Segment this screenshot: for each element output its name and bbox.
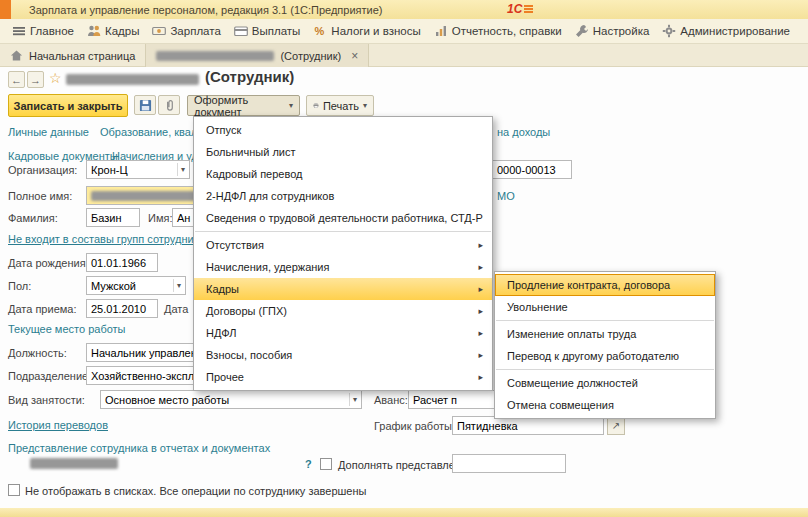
organization-value: Крон-Ц [91,164,128,176]
dismissal-date-label-fragment: Дата [164,303,188,315]
submenu-item-contract-extension[interactable]: Продление контракта, договора [495,274,715,296]
mo-link[interactable]: МО [497,190,515,202]
kadry-submenu: Продление контракта, договора Увольнение… [494,271,716,419]
hire-date-value: 25.01.2010 [91,303,146,315]
submenu-item-cancel-combination[interactable]: Отмена совмещения [495,394,715,416]
submenu-arrow-icon: ▸ [478,322,483,344]
menu-item-sick-leave[interactable]: Больничный лист [194,141,492,163]
menu-payments[interactable]: Выплаты [234,24,301,38]
menu-item-kadry[interactable]: Кадры▸ [194,278,492,300]
gender-field[interactable]: Мужской ▾ [86,276,186,295]
document-number-field[interactable]: 0000-00013 [492,160,572,179]
forward-button[interactable]: → [27,71,44,88]
menu-item-label: Увольнение [507,296,568,318]
menu-item-vacation[interactable]: Отпуск [194,119,492,141]
menu-item-label: Кадры [206,278,239,300]
menu-item-gph-contracts[interactable]: Договоры (ГПХ)▸ [194,300,492,322]
submenu-item-combination[interactable]: Совмещение должностей [495,372,715,394]
supplement-representation-input[interactable] [452,454,566,473]
birthdate-label: Дата рождения: [8,257,89,269]
firstname-value: Ан [177,212,190,224]
menu-reports-label: Отчетность, справки [452,25,562,37]
menu-item-label: Кадровый перевод [206,163,302,185]
position-label: Должность: [8,347,67,359]
menu-item-label: Договоры (ГПХ) [206,300,287,322]
dropdown-arrow-icon[interactable]: ▾ [177,163,185,176]
employment-type-value: Основное место работы [105,394,229,406]
menu-taxes-label: Налоги и взносы [331,25,420,37]
employment-type-field[interactable]: Основное место работы ▾ [100,390,362,409]
menu-item-label: Изменение оплаты труда [507,323,636,345]
menu-item-absences[interactable]: Отсутствия▸ [194,234,492,256]
menu-separator [195,231,491,232]
tab-home[interactable]: Начальная страница [0,44,145,67]
menu-item-label: Начисления, удержания [206,256,329,278]
menu-item-label: Продление контракта, договора [507,274,670,296]
organization-field[interactable]: Крон-Ц ▾ [86,160,190,179]
tab-close-icon[interactable]: × [351,49,358,63]
taxes-icon: % [313,24,327,38]
back-button[interactable]: ← [8,71,25,88]
menu-item-label: Отсутствия [206,234,264,256]
save-floppy-icon [139,99,152,112]
representation-link[interactable]: Представление сотрудника в отчетах и док… [8,442,270,454]
lastname-field[interactable]: Базин [86,208,140,227]
create-document-label: Оформить документ [194,94,285,118]
help-icon[interactable]: ? [305,458,312,470]
menu-payments-label: Выплаты [252,25,301,37]
advance-label: Аванс: [374,394,408,406]
full-name-label: Полное имя: [8,190,72,202]
hire-date-field[interactable]: 25.01.2010 [86,299,158,318]
work-schedule-label: График работы: [374,420,455,432]
menu-item-label: Отмена совмещения [507,394,614,416]
menu-item-other[interactable]: Прочее▸ [194,366,492,388]
position-value: Начальник управления [91,347,209,359]
tab-employee[interactable]: (Сотрудник) × [145,44,369,67]
employee-groups-link[interactable]: Не входит в составы групп сотрудников [8,233,211,245]
menu-taxes[interactable]: % Налоги и взносы [313,24,420,38]
transfers-history-link[interactable]: История переводов [8,419,108,431]
dropdown-arrow-icon[interactable]: ▾ [349,393,357,406]
menu-separator [496,320,714,321]
hide-completed-checkbox[interactable] [8,484,20,496]
menu-settings[interactable]: Настройка [575,24,650,38]
blurred-representation-value [30,458,118,469]
dropdown-arrow-icon[interactable]: ▾ [173,279,181,292]
menu-item-label: Отпуск [206,119,241,141]
print-button[interactable]: Печать ▾ [306,95,374,116]
gender-value: Мужской [91,280,136,292]
menu-salary[interactable]: Зарплата [152,24,220,38]
menu-item-std-r[interactable]: Сведения о трудовой деятельности работни… [194,207,492,229]
submenu-item-dismissal[interactable]: Увольнение [495,296,715,318]
app-corner-accent [0,0,11,19]
menu-item-2ndfl[interactable]: 2-НДФЛ для сотрудников [194,185,492,207]
menu-item-ndfl[interactable]: НДФЛ▸ [194,322,492,344]
create-document-button[interactable]: Оформить документ ▾ [187,95,300,116]
menu-staff[interactable]: Кадры [87,24,139,38]
menu-admin[interactable]: Администрирование [662,24,790,38]
link-income-tax-fragment[interactable]: на доходы [497,126,550,138]
save-button[interactable] [134,95,156,115]
menu-main-label: Главное [30,25,74,37]
save-and-close-button[interactable]: Записать и закрыть [8,94,128,117]
app-window: Зарплата и управление персоналом, редакц… [0,0,808,517]
link-personal-data[interactable]: Личные данные [8,126,89,138]
attachments-button[interactable] [158,95,180,115]
payments-icon [234,24,248,38]
supplement-representation-checkbox[interactable] [320,458,332,470]
menu-reports[interactable]: Отчетность, справки [434,24,562,38]
1c-logo-text: 1С [507,2,522,16]
menu-item-accruals[interactable]: Начисления, удержания▸ [194,256,492,278]
tab-home-label: Начальная страница [29,50,135,62]
submenu-item-pay-change[interactable]: Изменение оплаты труда [495,323,715,345]
firstname-field[interactable]: Ан [172,208,193,227]
menu-main[interactable]: Главное [12,24,74,38]
menu-item-label: Совмещение должностей [507,372,638,394]
menu-item-contributions[interactable]: Взносы, пособия▸ [194,344,492,366]
favorite-star-icon[interactable]: ☆ [49,70,62,86]
menu-item-hr-transfer[interactable]: Кадровый перевод [194,163,492,185]
advance-value: Расчет п [413,394,457,406]
birthdate-field[interactable]: 01.01.1966 [86,253,158,272]
menu-separator [496,369,714,370]
submenu-item-transfer-employer[interactable]: Перевод к другому работодателю [495,345,715,367]
